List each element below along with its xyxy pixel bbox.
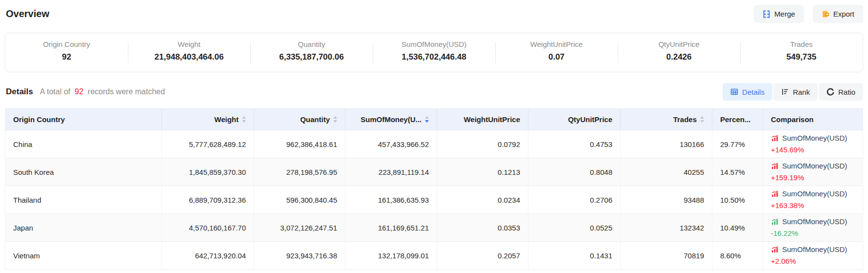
cell-quantity: 923,943,716.38: [254, 242, 345, 270]
tab-rank-label: Rank: [793, 88, 810, 96]
comparison-metric-label: SumOfMoney(USD): [782, 245, 847, 254]
stat-value: 1,536,702,446.48: [373, 52, 495, 62]
details-table: Origin Country Weight Quantity SumOfMone…: [5, 108, 863, 270]
trend-chart-icon: [771, 218, 779, 226]
col-header-trades[interactable]: Trades: [621, 109, 712, 130]
col-label: Origin Country: [13, 115, 65, 124]
tab-details[interactable]: Details: [723, 83, 772, 101]
stat-value: 549,735: [740, 52, 863, 62]
details-section-title: Details: [6, 87, 33, 97]
stat-value: 21,948,403,464.06: [128, 52, 250, 62]
cell-trades: 70819: [621, 242, 712, 270]
merge-button[interactable]: Merge: [754, 5, 804, 23]
stat-weight-unit-price: WeightUnitPrice 0.07: [495, 33, 618, 72]
stat-origin-country: Origin Country 92: [5, 33, 128, 72]
col-header-weight-unit-price: WeightUnitPrice: [437, 109, 528, 130]
table-row: Vietnam 642,713,920.04 923,943,716.38 13…: [5, 242, 863, 270]
sort-icon[interactable]: [242, 116, 246, 123]
tab-details-label: Details: [742, 88, 765, 96]
col-label: SumOfMoney(U...: [361, 115, 422, 124]
stat-label: Trades: [740, 40, 863, 48]
comparison-change-value: +2.06%: [771, 256, 855, 266]
records-summary-prefix: A total of: [40, 87, 70, 96]
col-label: Quantity: [300, 115, 330, 124]
sort-icon[interactable]: [333, 116, 337, 123]
cell-weight: 1,845,859,370.30: [162, 158, 254, 186]
cell-quantity: 278,198,576.95: [254, 158, 345, 186]
col-header-weight[interactable]: Weight: [162, 109, 254, 130]
tab-ratio[interactable]: Ratio: [819, 83, 863, 101]
col-header-comparison: Comparison: [763, 109, 863, 130]
cell-weight: 5,777,628,489.12: [162, 130, 254, 158]
cell-weight-unit-price: 0.2057: [437, 242, 528, 270]
col-header-origin-country: Origin Country: [5, 109, 162, 130]
tab-rank[interactable]: Rank: [773, 83, 818, 101]
cell-sum-of-money: 161,169,651.21: [345, 214, 437, 242]
cell-qty-unit-price: 0.0525: [528, 214, 621, 242]
table-row: South Korea 1,845,859,370.30 278,198,576…: [5, 158, 863, 186]
topbar-actions: Merge Export: [754, 5, 863, 23]
cell-weight: 4,570,160,167.70: [162, 214, 254, 242]
stat-label: WeightUnitPrice: [495, 40, 618, 48]
stat-quantity: Quantity 6,335,187,700.06: [250, 33, 373, 72]
col-label: Weight: [214, 115, 239, 124]
col-header-quantity[interactable]: Quantity: [254, 109, 345, 130]
cell-weight-unit-price: 0.0353: [437, 214, 528, 242]
col-label: Percen...: [720, 115, 751, 124]
sort-icon-active-desc[interactable]: [425, 116, 429, 123]
export-button[interactable]: Export: [813, 5, 863, 23]
pie-ratio-icon: [827, 88, 834, 96]
table-grid-icon: [730, 88, 738, 96]
records-count: 92: [75, 87, 83, 96]
stat-sum-of-money: SumOfMoney(USD) 1,536,702,446.48: [373, 33, 495, 72]
comparison-metric-label: SumOfMoney(USD): [782, 217, 847, 227]
cell-sum-of-money: 132,178,099.01: [345, 242, 437, 270]
cell-qty-unit-price: 0.2706: [528, 186, 621, 214]
cell-percent: 29.77%: [712, 130, 763, 158]
overview-stats-card: Origin Country 92 Weight 21,948,403,464.…: [5, 33, 863, 72]
cell-weight-unit-price: 0.1213: [437, 158, 528, 186]
cell-origin-country: Thailand: [5, 186, 162, 214]
merge-button-label: Merge: [774, 10, 795, 18]
comparison-change-value: +145.69%: [771, 145, 855, 155]
cell-trades: 93488: [621, 186, 712, 214]
comparison-metric-label: SumOfMoney(USD): [782, 133, 847, 143]
sort-icon[interactable]: [700, 116, 704, 123]
rank-bars-icon: [781, 88, 789, 96]
cell-origin-country: Japan: [5, 214, 162, 242]
details-heading-group: Details A total of 92 records were match…: [6, 87, 165, 97]
cell-sum-of-money: 161,386,635.93: [345, 186, 437, 214]
cell-weight: 642,713,920.04: [162, 242, 254, 270]
table-row: Thailand 6,889,709,312.36 596,300,840.45…: [5, 186, 863, 214]
tab-ratio-label: Ratio: [838, 88, 855, 96]
cell-origin-country: Vietnam: [5, 242, 162, 270]
export-button-label: Export: [833, 10, 854, 18]
stat-label: Quantity: [250, 40, 373, 48]
trend-chart-icon: [771, 162, 779, 170]
stat-label: QtyUnitPrice: [618, 40, 740, 48]
export-file-icon: [822, 10, 829, 18]
stat-trades: Trades 549,735: [740, 33, 863, 72]
view-switcher: Details Rank Ratio: [723, 83, 863, 101]
cell-weight-unit-price: 0.0792: [437, 130, 528, 158]
cell-comparison: SumOfMoney(USD) +2.06%: [763, 242, 863, 270]
stat-weight: Weight 21,948,403,464.06: [128, 33, 250, 72]
col-label: WeightUnitPrice: [464, 115, 520, 124]
comparison-change-value: +163.38%: [771, 201, 855, 210]
col-label: Trades: [673, 115, 697, 124]
trend-chart-icon: [771, 190, 779, 198]
cell-trades: 130166: [621, 130, 712, 158]
topbar: Overview Merge Export: [0, 0, 868, 23]
trend-chart-icon: [771, 246, 779, 253]
col-header-sum-of-money[interactable]: SumOfMoney(U...: [345, 109, 437, 130]
comparison-change-value: -16.22%: [771, 229, 855, 238]
cell-quantity: 596,300,840.45: [254, 186, 345, 214]
stat-label: Origin Country: [5, 40, 128, 48]
table-row: China 5,777,628,489.12 962,386,418.61 45…: [5, 130, 863, 158]
cell-weight-unit-price: 0.0234: [437, 186, 528, 214]
stat-value: 92: [5, 52, 128, 62]
cell-sum-of-money: 223,891,119.14: [345, 158, 437, 186]
cell-origin-country: South Korea: [5, 158, 162, 186]
cell-trades: 40255: [621, 158, 712, 186]
cell-weight: 6,889,709,312.36: [162, 186, 254, 214]
